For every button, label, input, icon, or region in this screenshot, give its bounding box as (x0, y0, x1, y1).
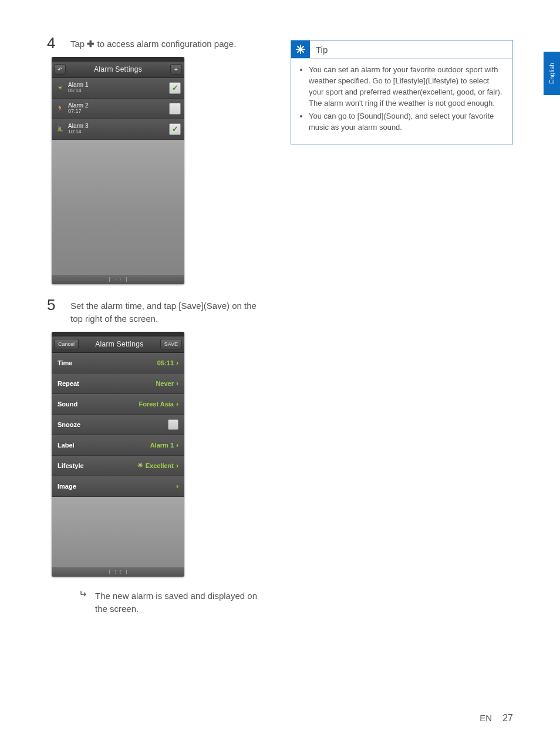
tip-item-1: You can set an alarm for your favorite o… (309, 65, 504, 109)
row-label[interactable]: Label Alarm 1› (52, 435, 184, 456)
lifestyle-icon: ☀ (137, 462, 143, 469)
footer-language: EN (480, 713, 492, 723)
label-value: Alarm 1 (150, 442, 174, 449)
row-time[interactable]: Time 05:11› (52, 353, 184, 374)
chevron-right-icon: › (176, 482, 178, 490)
time-value: 05:11 (157, 359, 174, 366)
step-4-text: Tap ✚ to access alarm configuration page… (70, 35, 236, 51)
row-image[interactable]: Image › (52, 476, 184, 497)
alarm-row-2[interactable]: 🏃 Alarm 2 07:17 (52, 99, 184, 119)
alarm-1-checkbox[interactable] (169, 82, 181, 94)
chevron-right-icon: › (176, 359, 178, 367)
screenshot-alarm-settings: Cancel Alarm Settings SAVE Time 05:11› R… (52, 332, 184, 577)
image-label: Image (58, 483, 176, 490)
tip-title: Tip (316, 45, 328, 55)
page-footer: EN 27 (480, 713, 513, 724)
label-label: Label (58, 442, 150, 449)
chevron-right-icon: › (176, 379, 178, 388)
cancel-button[interactable]: Cancel (54, 339, 79, 349)
weather-icon: ☀ (55, 83, 65, 93)
tip-box: Tip You can set an alarm for your favori… (291, 40, 513, 144)
alarm-list-header: ↶ Alarm Settings + (52, 62, 184, 78)
status-bar-2 (52, 332, 184, 337)
row-sound[interactable]: Sound Forest Asia› (52, 394, 184, 415)
alarm-1-time: 05:14 (68, 88, 169, 94)
row-snooze[interactable]: Snooze (52, 415, 184, 435)
alarm-list-title: Alarm Settings (66, 65, 170, 73)
row-lifestyle[interactable]: Lifestyle ☀Excellent› (52, 456, 184, 476)
snooze-checkbox[interactable] (168, 419, 178, 430)
repeat-value: Never (156, 380, 174, 387)
step-4-text-after: to access alarm configuration page. (95, 39, 236, 49)
step-5-number: 5 (47, 297, 61, 312)
alarm-settings-header: Cancel Alarm Settings SAVE (52, 337, 184, 353)
chevron-right-icon: › (176, 441, 178, 449)
result: The new alarm is saved and displayed on … (80, 590, 269, 616)
alarm-2-name: Alarm 2 (68, 102, 169, 109)
alarm-list-empty-area (52, 140, 184, 275)
status-bar (52, 57, 184, 62)
result-text: The new alarm is saved and displayed on … (95, 590, 269, 616)
tip-item-2: You can go to [Sound](Sound), and select… (309, 111, 504, 133)
snooze-label: Snooze (58, 421, 168, 428)
language-tab: English (544, 52, 560, 95)
alarm-row-3[interactable]: 🚴 Alarm 3 10:14 (52, 119, 184, 140)
run-icon: 🏃 (55, 104, 65, 113)
step-5-text: Set the alarm time, and tap [Save](Save)… (70, 297, 269, 326)
add-alarm-button[interactable]: + (170, 64, 182, 75)
bike-icon: 🚴 (55, 124, 65, 134)
alarm-1-name: Alarm 1 (68, 82, 169, 88)
alarm-2-checkbox[interactable] (169, 103, 181, 115)
lifestyle-label: Lifestyle (58, 462, 137, 469)
step-4-text-before: Tap (70, 39, 87, 49)
alarm-3-name: Alarm 3 (68, 123, 169, 129)
tip-asterisk-icon (291, 41, 310, 58)
alarm-list-footer: ⋮⋮ (52, 275, 184, 284)
sound-value: Forest Asia (139, 401, 174, 408)
chevron-right-icon: › (176, 400, 178, 408)
step-4-number: 4 (47, 35, 61, 51)
step-5: 5 Set the alarm time, and tap [Save](Sav… (47, 297, 269, 326)
alarm-3-time: 10:14 (68, 129, 169, 135)
footer-page-number: 27 (502, 713, 513, 724)
result-arrow-icon (80, 590, 88, 598)
step-4: 4 Tap ✚ to access alarm configuration pa… (47, 35, 269, 51)
save-button[interactable]: SAVE (160, 339, 182, 349)
row-repeat[interactable]: Repeat Never› (52, 374, 184, 394)
screenshot-alarm-list: ↶ Alarm Settings + ☀ Alarm 1 05:14 🏃 Ala… (52, 57, 184, 284)
plus-icon: ✚ (87, 39, 95, 49)
tip-header: Tip (291, 41, 512, 58)
alarm-settings-empty-area (52, 497, 184, 567)
alarm-row-1[interactable]: ☀ Alarm 1 05:14 (52, 78, 184, 99)
time-label: Time (58, 359, 157, 366)
alarm-settings-footer: ⋮⋮ (52, 567, 184, 577)
tip-body: You can set an alarm for your favorite o… (291, 58, 512, 144)
alarm-settings-title: Alarm Settings (79, 340, 160, 348)
sound-label: Sound (58, 401, 139, 408)
chevron-right-icon: › (176, 462, 178, 470)
repeat-label: Repeat (58, 380, 156, 387)
alarm-3-checkbox[interactable] (169, 123, 181, 135)
alarm-2-time: 07:17 (68, 109, 169, 115)
back-button[interactable]: ↶ (54, 64, 66, 75)
lifestyle-value: Excellent (146, 462, 174, 469)
